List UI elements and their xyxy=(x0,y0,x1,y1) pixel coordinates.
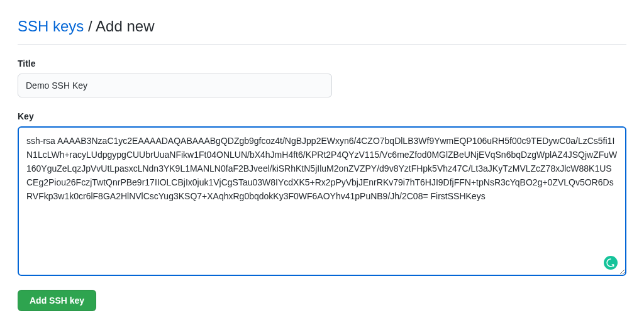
breadcrumb: SSH keys / Add new xyxy=(18,18,626,45)
grammarly-icon xyxy=(604,256,618,270)
title-field-group: Title xyxy=(18,58,626,97)
key-field-group: Key xyxy=(18,111,626,278)
breadcrumb-separator: / xyxy=(84,18,96,35)
key-textarea[interactable] xyxy=(18,126,626,276)
breadcrumb-ssh-keys-link[interactable]: SSH keys xyxy=(18,18,84,35)
title-label: Title xyxy=(18,58,626,69)
key-label: Key xyxy=(18,111,626,121)
add-ssh-key-button[interactable]: Add SSH key xyxy=(18,290,96,311)
breadcrumb-current: Add new xyxy=(96,18,154,35)
title-input[interactable] xyxy=(18,74,332,97)
